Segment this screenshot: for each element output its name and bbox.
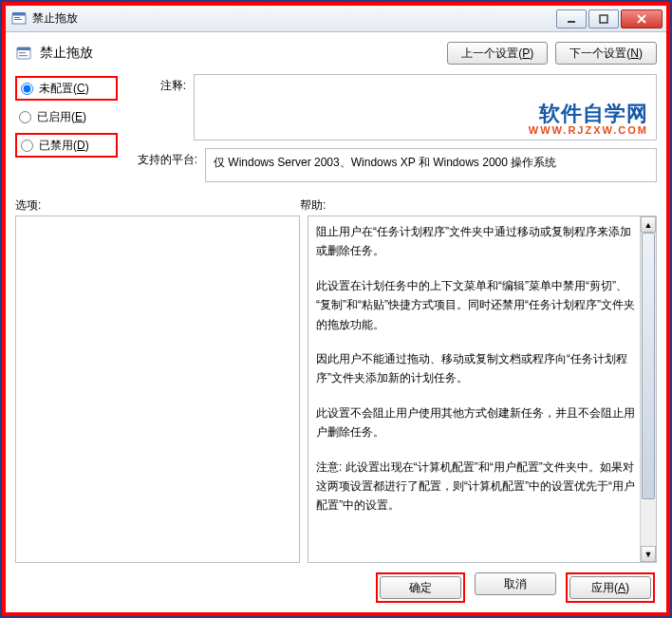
state-radio-group: 未配置(C) 已启用(E) 已禁用(D): [15, 74, 118, 182]
cancel-button[interactable]: 取消: [475, 572, 556, 595]
header-row: 禁止拖放 上一个设置(P) 下一个设置(N): [15, 38, 657, 74]
platforms-label: 支持的平台:: [129, 148, 197, 182]
outer-highlight: 禁止拖放 禁止拖放 上一个设置(P) 下一个设置(N): [2, 2, 670, 616]
upper-section: 未配置(C) 已启用(E) 已禁用(D) 注释: 软件自学网: [15, 74, 657, 182]
scroll-track[interactable]: [641, 233, 656, 546]
help-label: 帮助:: [300, 197, 657, 214]
radio-not-configured-label: 未配置(C): [39, 81, 89, 97]
help-paragraph: 阻止用户在“任务计划程序”文件夹中通过移动或复制程序来添加或删除任务。: [316, 222, 636, 261]
previous-setting-button[interactable]: 上一个设置(P): [447, 42, 548, 65]
radio-enabled[interactable]: 已启用(E): [15, 104, 118, 129]
window-title: 禁止拖放: [32, 10, 549, 27]
help-scrollbar[interactable]: ▲ ▼: [640, 216, 656, 562]
client-area: 禁止拖放 上一个设置(P) 下一个设置(N) 未配置(C) 已启用(E) 已禁用…: [6, 32, 666, 612]
comment-textbox[interactable]: 软件自学网 WWW.RJZXW.COM: [194, 74, 657, 140]
radio-disabled-input[interactable]: [21, 140, 33, 152]
help-paragraph: 因此用户不能通过拖动、移动或复制文档或程序向“任务计划程序”文件夹添加新的计划任…: [316, 349, 636, 388]
scroll-thumb[interactable]: [642, 233, 655, 499]
svg-rect-8: [19, 52, 26, 53]
apply-button[interactable]: 应用(A): [569, 576, 651, 599]
supported-platforms-text: 仅 Windows Server 2003、Windows XP 和 Windo…: [214, 156, 556, 169]
maximize-button[interactable]: [588, 9, 619, 28]
apply-highlight: 应用(A): [566, 572, 655, 603]
options-panel: [15, 215, 300, 563]
supported-platforms-box: 仅 Windows Server 2003、Windows XP 和 Windo…: [205, 148, 657, 182]
svg-rect-4: [568, 21, 575, 23]
window-controls: [554, 9, 663, 28]
svg-rect-5: [600, 15, 607, 23]
app-icon: [11, 11, 27, 27]
svg-rect-7: [17, 47, 30, 50]
radio-disabled-label: 已禁用(D): [39, 138, 89, 154]
ok-button[interactable]: 确定: [380, 576, 461, 599]
help-panel: 阻止用户在“任务计划程序”文件夹中通过移动或复制程序来添加或删除任务。 此设置在…: [308, 215, 657, 563]
scroll-down-arrow-icon[interactable]: ▼: [641, 546, 656, 562]
help-text: 阻止用户在“任务计划程序”文件夹中通过移动或复制程序来添加或删除任务。 此设置在…: [308, 216, 640, 562]
minimize-button[interactable]: [556, 9, 587, 28]
help-paragraph: 此设置不会阻止用户使用其他方式创建新任务，并且不会阻止用户删除任务。: [316, 403, 636, 442]
policy-icon: [15, 45, 32, 62]
radio-enabled-input[interactable]: [19, 111, 31, 123]
watermark-line2: WWW.RJZXW.COM: [529, 124, 648, 136]
page-title: 禁止拖放: [40, 45, 439, 62]
dialog-footer: 确定 取消 应用(A): [15, 563, 657, 605]
radio-disabled[interactable]: 已禁用(D): [15, 133, 118, 158]
svg-rect-3: [14, 19, 22, 20]
comment-label: 注释:: [129, 74, 186, 140]
svg-rect-9: [19, 55, 28, 56]
svg-rect-2: [14, 17, 20, 18]
scroll-up-arrow-icon[interactable]: ▲: [641, 216, 656, 233]
help-paragraph: 注意: 此设置出现在“计算机配置”和“用户配置”文件夹中。如果对这两项设置都进行…: [316, 458, 636, 515]
svg-rect-1: [12, 12, 26, 15]
options-label: 选项:: [15, 197, 300, 214]
next-setting-button[interactable]: 下一个设置(N): [555, 42, 657, 65]
title-bar: 禁止拖放: [6, 6, 666, 32]
radio-enabled-label: 已启用(E): [37, 109, 86, 125]
radio-not-configured-input[interactable]: [21, 83, 33, 95]
watermark: 软件自学网 WWW.RJZXW.COM: [529, 100, 648, 136]
radio-not-configured[interactable]: 未配置(C): [15, 76, 118, 101]
help-paragraph: 此设置在计划任务中的上下文菜单和“编辑”菜单中禁用“剪切”、“复制”和“粘贴”快…: [316, 276, 636, 334]
ok-highlight: 确定: [376, 572, 465, 603]
close-button[interactable]: [621, 9, 663, 28]
